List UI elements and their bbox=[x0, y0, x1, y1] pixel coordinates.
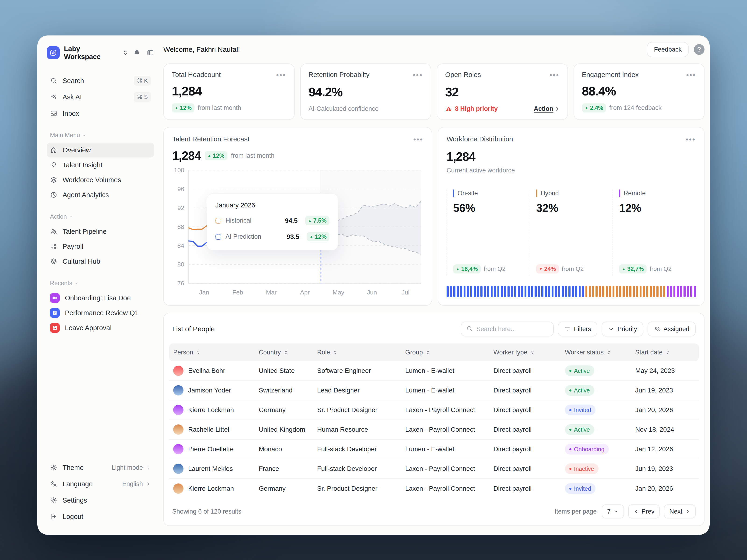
home-icon bbox=[50, 146, 57, 154]
avatar bbox=[173, 483, 183, 494]
inbox-icon bbox=[50, 110, 57, 117]
sidebar-item-logout[interactable]: Logout bbox=[47, 509, 154, 524]
workspace-logo-icon bbox=[47, 46, 60, 59]
avatar bbox=[173, 444, 183, 454]
card-menu-button[interactable]: ••• bbox=[276, 74, 286, 76]
trend-badge: ▲12% bbox=[172, 103, 195, 112]
svg-text:100: 100 bbox=[174, 168, 184, 174]
series-tick-icon bbox=[536, 189, 537, 197]
chevron-up-down-icon bbox=[122, 49, 129, 56]
action-link[interactable]: Action bbox=[534, 105, 560, 112]
column-header-group[interactable]: Group bbox=[405, 349, 493, 356]
sort-icon bbox=[196, 349, 201, 355]
sidebar-item-payroll[interactable]: Payroll bbox=[47, 239, 154, 254]
svg-text:76: 76 bbox=[177, 280, 184, 287]
section-label-action[interactable]: Action bbox=[50, 213, 154, 220]
help-button[interactable]: ? bbox=[694, 44, 704, 55]
sidebar-item-theme[interactable]: ThemeLight mode bbox=[47, 460, 154, 475]
trend-badge: ▼24% bbox=[536, 264, 559, 273]
sidebar-item-language[interactable]: LanguageEnglish bbox=[47, 477, 154, 491]
table-row[interactable]: Kierre LockmanGermanySr. Product Designe… bbox=[169, 479, 699, 499]
prev-page-button[interactable]: Prev bbox=[628, 504, 660, 518]
card-title: Talent Retention Forecast bbox=[172, 135, 249, 143]
search-icon bbox=[466, 325, 473, 333]
column-header-worker-type[interactable]: Worker type bbox=[493, 349, 565, 356]
sidebar-item-workforce-volumes[interactable]: Workforce Volumes bbox=[47, 172, 154, 187]
series-tick-icon bbox=[619, 189, 620, 197]
forecast-value: 1,284 bbox=[172, 149, 201, 163]
status-badge: Active bbox=[565, 424, 636, 435]
historical-series-icon bbox=[215, 218, 221, 223]
priority-button[interactable]: Priority bbox=[601, 322, 643, 337]
sidebar-item-settings[interactable]: Settings bbox=[47, 493, 154, 508]
status-badge: Invited bbox=[565, 483, 636, 494]
sort-icon bbox=[332, 349, 338, 355]
column-header-role[interactable]: Role bbox=[317, 349, 406, 356]
card-menu-button[interactable]: ••• bbox=[686, 74, 696, 76]
sidebar-item-leave-approval[interactable]: Leave Approval bbox=[47, 320, 154, 335]
stat-cards-row: Total Headcount•••1,284▲12%from last mon… bbox=[163, 63, 704, 120]
section-label-recents[interactable]: Recents bbox=[50, 279, 154, 287]
table-row[interactable]: Evelina BohrUnited StateSoftware Enginee… bbox=[169, 361, 699, 381]
sidebar-item-ask-ai[interactable]: Ask AI⌘ S bbox=[47, 89, 154, 105]
sidebar-item-inbox[interactable]: Inbox bbox=[47, 106, 154, 121]
worker-type-cell: Direct payroll bbox=[493, 485, 565, 492]
role-cell: Lead Designer bbox=[317, 386, 406, 394]
sidebar-item-talent-pipeline[interactable]: Talent Pipeline bbox=[47, 224, 154, 239]
card-menu-button[interactable]: ••• bbox=[413, 138, 423, 140]
column-header-country[interactable]: Country bbox=[259, 349, 317, 356]
chevron-down-icon bbox=[69, 214, 73, 219]
sort-icon bbox=[283, 349, 289, 355]
column-header-person[interactable]: Person bbox=[173, 349, 259, 356]
feedback-button[interactable]: Feedback bbox=[647, 42, 689, 57]
bell-icon[interactable] bbox=[133, 49, 140, 56]
sidebar-item-agent-analytics[interactable]: Agent Analytics bbox=[47, 187, 154, 202]
sidebar-item-search[interactable]: Search⌘ K bbox=[47, 73, 154, 88]
people-icon bbox=[50, 228, 57, 235]
assigned-button[interactable]: Assigned bbox=[648, 322, 696, 337]
person-cell: Rachelle Littel bbox=[173, 424, 259, 435]
panel-toggle-icon[interactable] bbox=[147, 49, 154, 56]
shortcut-badge: ⌘ S bbox=[134, 92, 151, 102]
worker-type-cell: Direct payroll bbox=[493, 465, 565, 473]
forecast-chart[interactable]: 100969288848076JanFebMarAprMayJunJul Jan… bbox=[172, 168, 423, 297]
table-row[interactable]: Pierre OuelletteMonacoFull-stack Develop… bbox=[169, 439, 699, 459]
series-tick-icon bbox=[453, 189, 454, 197]
person-cell: Evelina Bohr bbox=[173, 366, 259, 376]
warning-icon bbox=[445, 105, 452, 112]
next-page-button[interactable]: Next bbox=[664, 504, 696, 518]
table-row[interactable]: Rachelle LittelUnited KingdomHuman Resou… bbox=[169, 420, 699, 439]
column-header-start-date[interactable]: Start date bbox=[635, 349, 695, 356]
chevron-down-icon bbox=[613, 509, 619, 514]
worker-type-cell: Direct payroll bbox=[493, 426, 565, 433]
column-header-worker-status[interactable]: Worker status bbox=[565, 349, 636, 356]
sidebar-item-talent-insight[interactable]: Talent Insight bbox=[47, 158, 154, 172]
card-title: Open Roles bbox=[445, 71, 481, 79]
person-cell: Laurent Mekies bbox=[173, 464, 259, 474]
workforce-percentage: 12% bbox=[619, 202, 696, 214]
desktop: { "workspace": { "name": "Laby Workspace… bbox=[0, 0, 747, 560]
gear-icon bbox=[50, 497, 57, 504]
start-date-cell: Jun 19, 2023 bbox=[635, 386, 695, 394]
card-menu-button[interactable]: ••• bbox=[686, 138, 696, 140]
items-per-page-select[interactable]: 7 bbox=[602, 504, 624, 518]
high-priority-alert: 8 High priority bbox=[445, 105, 498, 112]
sidebar-item-overview[interactable]: Overview bbox=[47, 142, 154, 158]
workspace-selector[interactable]: Laby Workspace bbox=[47, 45, 154, 61]
table-row[interactable]: Laurent MekiesFranceFull-stack Developer… bbox=[169, 459, 699, 479]
card-menu-button[interactable]: ••• bbox=[413, 74, 423, 76]
chart-tooltip: January 2026 Historical 94.5 ▲7.5% AI Pr… bbox=[207, 193, 338, 250]
sidebar-item-cultural-hub[interactable]: Cultural Hub bbox=[47, 254, 154, 269]
section-label-main-menu[interactable]: Main Menu bbox=[50, 132, 154, 139]
avatar bbox=[173, 366, 183, 376]
sidebar-item-onboarding-lisa-doe[interactable]: Onboarding: Lisa Doe bbox=[47, 291, 154, 305]
sparkles-icon bbox=[50, 93, 57, 101]
workforce-distribution-bar bbox=[446, 286, 696, 297]
table-row[interactable]: Jamison YoderSwitzerlandLead DesignerLum… bbox=[169, 381, 699, 400]
workforce-column-hybrid: Hybrid32%▼24%from Q2 bbox=[530, 189, 613, 276]
sidebar-item-performance-review-q1[interactable]: Performance Review Q1 bbox=[47, 305, 154, 320]
card-menu-button[interactable]: ••• bbox=[549, 74, 560, 76]
search-input[interactable] bbox=[461, 322, 554, 337]
filters-button[interactable]: Filters bbox=[558, 322, 597, 337]
table-row[interactable]: Kierre LockmanGermanySr. Product Designe… bbox=[169, 400, 699, 420]
